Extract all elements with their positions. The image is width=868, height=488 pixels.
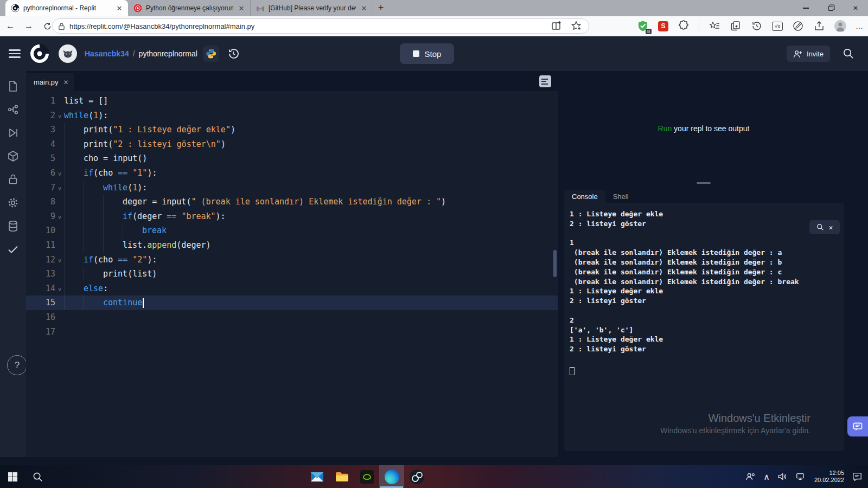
console-output[interactable]: 1 : Listeye değer ekle2 : listeyi göster… — [564, 203, 844, 451]
tab-close-icon[interactable]: ✕ — [360, 4, 368, 12]
code-line-10[interactable]: 10break — [26, 223, 558, 238]
editor-scrollbar[interactable] — [553, 250, 557, 277]
fold-chevron-icon[interactable]: v — [55, 108, 64, 123]
header-search-icon[interactable] — [843, 48, 854, 59]
help-button[interactable]: ? — [7, 355, 27, 375]
browser-menu-icon[interactable]: … — [856, 22, 864, 30]
code-line-11[interactable]: 11list.append(deger) — [26, 238, 558, 253]
code-line-8[interactable]: 8deger = input(" (break ile sonlandır) E… — [26, 195, 558, 209]
browser-tab-1[interactable]: Python öğrenmeye çalışıyorum y✕ — [128, 0, 251, 16]
collections-icon[interactable] — [709, 20, 720, 32]
code-line-5[interactable]: 5cho = input() — [26, 151, 558, 166]
code-line-9[interactable]: 9vif(deger == "break"): — [26, 209, 558, 224]
editor-tab-close-icon[interactable]: ✕ — [63, 79, 69, 86]
browser-tab-2[interactable]: [GitHub] Please verify your devic✕ — [251, 0, 373, 16]
code-line-7[interactable]: 7vwhile(1): — [26, 181, 558, 195]
math-solver-icon[interactable]: √x — [772, 22, 783, 31]
new-tab-button[interactable]: + — [373, 0, 388, 15]
browser-profile-avatar[interactable] — [834, 20, 846, 32]
youtube-music-favicon — [133, 4, 142, 12]
copy-add-icon[interactable] — [730, 20, 742, 32]
invite-button[interactable]: Invite — [787, 46, 830, 62]
hamburger-menu-icon[interactable] — [9, 49, 21, 58]
extensions-puzzle-icon[interactable] — [678, 20, 690, 32]
user-avatar[interactable] — [59, 44, 77, 63]
repl-name[interactable]: pythonreplnormal — [139, 49, 197, 58]
file-explorer-button[interactable] — [329, 465, 354, 488]
username-link[interactable]: Hasancbk34 — [85, 49, 129, 58]
fold-chevron-icon[interactable]: v — [55, 253, 64, 267]
network-icon[interactable] — [795, 472, 806, 481]
nvidia-settings-button[interactable] — [354, 465, 379, 488]
fold-chevron-icon[interactable]: v — [55, 166, 64, 181]
close-button[interactable]: ✕ — [843, 0, 868, 16]
run-icon[interactable] — [7, 126, 20, 139]
panel-resize-handle[interactable] — [697, 182, 711, 184]
replit-logo-icon[interactable] — [29, 43, 50, 64]
code-line-6[interactable]: 6vif(cho == "1"): — [26, 166, 558, 181]
code-line-4[interactable]: 4print("2 : listeyi göster\n") — [26, 137, 558, 152]
split-screen-icon[interactable] — [551, 20, 563, 32]
console-tab-shell[interactable]: Shell — [605, 190, 636, 203]
console-line: 2 : listeyi göster — [570, 219, 840, 229]
tab-close-icon[interactable]: ✕ — [115, 4, 124, 12]
invite-label: Invite — [807, 50, 824, 58]
code-line-14[interactable]: 14velse: — [26, 281, 558, 296]
back-button[interactable]: ← — [2, 18, 18, 34]
add-favorite-icon[interactable] — [570, 20, 582, 32]
mail-app-button[interactable] — [304, 465, 329, 488]
history-icon[interactable] — [751, 20, 763, 32]
checks-icon[interactable] — [7, 243, 20, 256]
code-line-3[interactable]: 3print("1 : Listeye değer ekle") — [26, 123, 558, 137]
version-control-icon[interactable] — [7, 103, 20, 116]
steam-app-button[interactable] — [404, 465, 429, 488]
chat-bubble-button[interactable] — [847, 416, 868, 436]
code-line-2[interactable]: 2vwhile(1): — [26, 108, 558, 123]
fold-chevron-icon[interactable]: v — [55, 181, 64, 195]
secrets-lock-icon[interactable] — [7, 173, 20, 186]
taskbar-clock[interactable]: 12:05 20.02.2022 — [814, 470, 844, 484]
code-line-12[interactable]: 12vif(cho == "2"): — [26, 253, 558, 267]
edge-app-button[interactable] — [379, 465, 404, 488]
start-button[interactable] — [0, 465, 25, 488]
action-center-icon[interactable] — [852, 472, 863, 481]
fold-chevron-icon[interactable]: v — [55, 209, 64, 224]
line-number: 16 — [26, 310, 55, 325]
browser-tab-0[interactable]: pythonreplnormal - Replit✕ — [5, 0, 128, 16]
code-line-13[interactable]: 13print(list) — [26, 267, 558, 281]
format-code-icon[interactable] — [539, 75, 551, 87]
people-tray-icon[interactable] — [745, 472, 756, 481]
web-capture-icon[interactable] — [792, 20, 804, 32]
forward-button[interactable]: → — [21, 18, 37, 34]
code-line-17[interactable]: 17 — [26, 325, 558, 339]
settings-gear-icon[interactable] — [7, 196, 20, 209]
database-icon[interactable] — [7, 220, 20, 233]
run-hint-action[interactable]: Run — [658, 124, 672, 133]
console-close-icon[interactable]: ✕ — [829, 223, 833, 232]
packages-icon[interactable] — [7, 150, 20, 163]
code-editor[interactable]: 1list = []2vwhile(1):3print("1 : Listeye… — [26, 91, 558, 457]
url-text[interactable]: https://replit.com/@Hasancbk34/pythonrep… — [69, 22, 551, 30]
version-history-icon[interactable] — [227, 47, 240, 60]
share-icon[interactable] — [813, 20, 825, 32]
fold-chevron-icon[interactable]: v — [55, 281, 64, 296]
steam-icon — [410, 470, 424, 484]
s-extension-icon[interactable]: S — [658, 21, 668, 31]
url-omnibox[interactable]: https://replit.com/@Hasancbk34/pythonrep… — [52, 18, 589, 34]
code-text: if(cho == "2"): — [64, 253, 157, 267]
editor-tab-mainpy[interactable]: main.py ✕ — [26, 73, 74, 91]
code-line-1[interactable]: 1list = [] — [26, 94, 558, 108]
console-tab-console[interactable]: Console — [564, 190, 605, 203]
stop-button[interactable]: Stop — [400, 43, 454, 64]
tab-close-icon[interactable]: ✕ — [237, 4, 246, 12]
tray-chevron-icon[interactable]: ∧ — [763, 472, 770, 482]
volume-icon[interactable] — [777, 472, 787, 481]
files-icon[interactable] — [7, 80, 20, 93]
taskbar-search-button[interactable] — [25, 465, 50, 488]
code-line-16[interactable]: 16 — [26, 310, 558, 325]
minimize-button[interactable] — [793, 0, 818, 16]
restore-button[interactable] — [818, 0, 843, 16]
code-line-15[interactable]: 15continue — [26, 296, 558, 310]
console-search-icon[interactable] — [816, 223, 824, 231]
adblock-extension-icon[interactable]: 8 — [637, 20, 649, 32]
